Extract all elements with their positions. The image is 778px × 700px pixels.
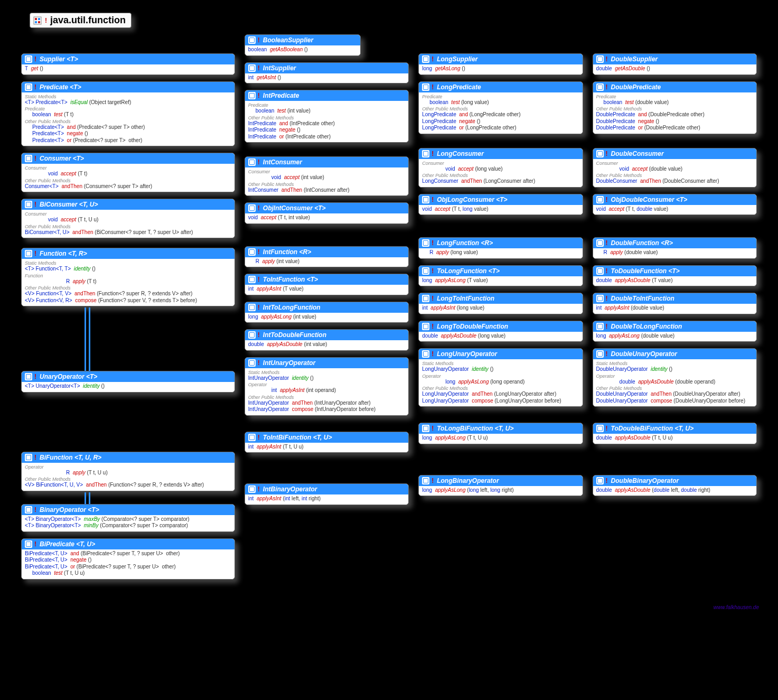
box-longbinaryoperator: !LongBinaryOperator long applyAsLong (lo… bbox=[418, 475, 583, 497]
method-line: IntPredicate or (IntPredicate other) bbox=[248, 134, 405, 141]
section-label: Other Public Methods bbox=[25, 178, 231, 183]
connector bbox=[21, 498, 235, 504]
box-title: LongUnaryOperator bbox=[437, 350, 497, 358]
box-doubletolongfunction: !DoubleToLongFunction long applyAsLong (… bbox=[593, 321, 757, 342]
new-indicator-icon: ! bbox=[258, 359, 260, 367]
method-line: void accept (T t, U u) bbox=[25, 217, 231, 223]
method-line: boolean test (long value) bbox=[422, 99, 579, 106]
box-title: Function <T, R> bbox=[40, 250, 87, 257]
new-indicator-icon: ! bbox=[432, 295, 434, 302]
interface-icon bbox=[248, 331, 256, 339]
box-intfunction: !IntFunction <R> R apply (int value) bbox=[245, 246, 409, 268]
svg-rect-3 bbox=[35, 21, 37, 23]
method-line: void accept (int value) bbox=[248, 174, 405, 181]
method-line: long applyAsLong (int value) bbox=[248, 314, 405, 321]
box-title: DoublePredicate bbox=[611, 83, 661, 91]
box-tolongfunction: !ToLongFunction <T> long applyAsLong (T … bbox=[418, 265, 583, 287]
new-indicator-icon: ! bbox=[258, 248, 260, 256]
box-tointbifunction: !ToIntBiFunction <T, U> int applyAsInt (… bbox=[245, 432, 409, 453]
box-title: DoubleBinaryOperator bbox=[611, 477, 679, 484]
box-tointfunction: !ToIntFunction <T> int applyAsInt (T val… bbox=[245, 274, 409, 295]
interface-icon bbox=[248, 64, 256, 72]
interface-icon bbox=[25, 155, 32, 162]
method-line: long applyAsLong (long left, long right) bbox=[422, 487, 579, 494]
method-line: R apply (T t, U u) bbox=[25, 470, 231, 477]
section-label: Consumer bbox=[248, 169, 405, 174]
interface-icon bbox=[596, 425, 604, 432]
box-bifunction: !BiFunction <T, U, R> Operator R apply (… bbox=[21, 452, 235, 491]
new-indicator-icon: ! bbox=[606, 83, 608, 91]
interface-icon bbox=[422, 267, 429, 275]
interface-icon bbox=[25, 540, 32, 548]
method-line: DoublePredicate and (DoublePredicate oth… bbox=[596, 111, 753, 118]
box-title: LongPredicate bbox=[437, 83, 481, 91]
box-function: !Function <T, R> Static Methods <T> Func… bbox=[21, 248, 235, 306]
new-indicator-icon: ! bbox=[34, 250, 36, 257]
box-supplier: !Supplier <T> T get () bbox=[21, 53, 235, 75]
method-line: LongConsumer andThen (LongConsumer after… bbox=[422, 178, 579, 185]
box-intsupplier: !IntSupplier int getAsInt () bbox=[245, 62, 409, 84]
diagram-grid: !Supplier <T> T get () !Predicate <T> St… bbox=[21, 34, 757, 586]
method-line: IntUnaryOperator andThen (IntUnaryOperat… bbox=[248, 400, 405, 407]
interface-icon bbox=[422, 323, 429, 330]
method-line: long applyAsLong (T t, U u) bbox=[422, 435, 579, 442]
section-label: Other Public Methods bbox=[596, 106, 753, 111]
method-line: double applyAsDouble (T t, U u) bbox=[596, 435, 753, 442]
section-label: Other Public Methods bbox=[25, 477, 231, 482]
box-doubletointfunction: !DoubleToIntFunction int applyAsInt (dou… bbox=[593, 293, 757, 314]
method-line: boolean test (T t) bbox=[25, 111, 231, 118]
method-line: double applyAsDouble (double operand) bbox=[596, 379, 753, 386]
section-label: Consumer bbox=[25, 165, 231, 171]
interface-icon bbox=[422, 150, 429, 157]
method-line: BiPredicate<T, U> or (BiPredicate<? supe… bbox=[25, 564, 231, 571]
section-label: Operator bbox=[25, 464, 231, 470]
box-longconsumer: !LongConsumer Consumer void accept (long… bbox=[418, 148, 583, 188]
method-line: IntConsumer andThen (IntConsumer after) bbox=[248, 187, 405, 194]
box-longtointfunction: !LongToIntFunction int applyAsInt (long … bbox=[418, 293, 583, 314]
new-indicator-icon: ! bbox=[606, 425, 608, 432]
box-title: ToDoubleBiFunction <T, U> bbox=[611, 425, 694, 432]
box-title: IntUnaryOperator bbox=[263, 359, 315, 367]
box-longtodoublefunction: !LongToDoubleFunction double applyAsDoub… bbox=[418, 321, 583, 342]
method-line: R apply (long value) bbox=[422, 249, 579, 256]
box-doublefunction: !DoubleFunction <R> R apply (double valu… bbox=[593, 237, 757, 259]
section-label: Operator bbox=[422, 374, 579, 379]
method-line: Predicate<T> negate () bbox=[25, 130, 231, 137]
method-line: DoubleUnaryOperator andThen (DoubleUnary… bbox=[596, 391, 753, 398]
interface-icon bbox=[596, 55, 604, 63]
box-intunaryoperator: !IntUnaryOperator Static Methods IntUnar… bbox=[245, 357, 409, 416]
interface-icon bbox=[248, 92, 256, 99]
new-indicator-icon: ! bbox=[34, 454, 36, 461]
method-line: void accept (long value) bbox=[422, 166, 579, 173]
box-longfunction: !LongFunction <R> R apply (long value) bbox=[418, 237, 583, 259]
box-tolongbifunction: !ToLongBiFunction <T, U> long applyAsLon… bbox=[418, 423, 583, 444]
method-line: double applyAsDouble (T value) bbox=[596, 277, 753, 284]
interface-icon bbox=[422, 295, 429, 302]
box-doubleconsumer: !DoubleConsumer Consumer void accept (do… bbox=[593, 148, 757, 188]
box-inttolongfunction: !IntToLongFunction long applyAsLong (int… bbox=[245, 302, 409, 323]
box-title: DoubleToIntFunction bbox=[611, 295, 674, 302]
box-biconsumer: !BiConsumer <T, U> Consumer void accept … bbox=[21, 199, 235, 238]
box-intconsumer: !IntConsumer Consumer void accept (int v… bbox=[245, 156, 409, 196]
box-title: Predicate <T> bbox=[40, 83, 81, 91]
section-label: Other Public Methods bbox=[422, 173, 579, 178]
box-binaryoperator: !BinaryOperator <T> <T> BinaryOperator<T… bbox=[21, 504, 235, 532]
method-line: int applyAsInt (int left, int right) bbox=[248, 496, 405, 502]
box-doublepredicate: !DoublePredicate Predicate boolean test … bbox=[593, 81, 757, 134]
method-line: IntPredicate negate () bbox=[248, 127, 405, 134]
box-title: UnaryOperator <T> bbox=[40, 373, 97, 380]
new-indicator-icon: ! bbox=[34, 201, 36, 208]
new-indicator-icon: ! bbox=[606, 196, 608, 203]
method-line: DoubleConsumer andThen (DoubleConsumer a… bbox=[596, 178, 753, 185]
new-indicator-icon: ! bbox=[34, 83, 36, 91]
method-line: <V> BiFunction<T, U, V> andThen (Functio… bbox=[25, 482, 231, 489]
method-line: IntUnaryOperator identity () bbox=[248, 375, 405, 382]
new-indicator-icon: ! bbox=[432, 323, 434, 330]
method-line: double applyAsDouble (long value) bbox=[422, 333, 579, 340]
box-objlongconsumer: !ObjLongConsumer <T> void accept (T t, l… bbox=[418, 194, 583, 216]
section-label: Predicate bbox=[248, 102, 405, 108]
method-line: long applyAsLong (T value) bbox=[422, 277, 579, 284]
box-title: IntToDoubleFunction bbox=[263, 331, 326, 339]
box-title: ObjIntConsumer <T> bbox=[263, 204, 326, 212]
new-indicator-icon: ! bbox=[432, 55, 434, 63]
